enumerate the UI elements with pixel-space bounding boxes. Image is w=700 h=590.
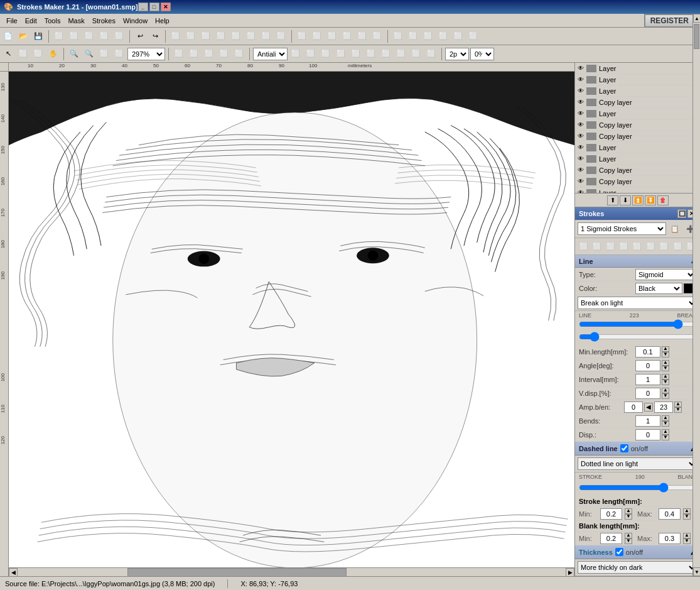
layer-item[interactable]: 👁 Layer (575, 74, 700, 85)
dashed-line-toggle[interactable] (620, 444, 628, 452)
layer-eye-icon[interactable]: 👁 (576, 143, 585, 152)
line-type-combo[interactable]: Sigmoid (635, 269, 696, 280)
zoom-combo[interactable]: 297%100%50% (127, 48, 165, 60)
bends-input[interactable] (635, 415, 660, 427)
btn-t6[interactable]: ⬜ (289, 47, 303, 61)
btn-28[interactable]: ⬜ (466, 30, 480, 43)
tool-3[interactable]: ⬜ (31, 47, 45, 61)
layer-eye-icon[interactable]: 👁 (576, 109, 585, 118)
stroke-tool-3[interactable]: ⬜ (605, 239, 617, 253)
btn-24[interactable]: ⬜ (406, 30, 420, 43)
btn-15[interactable]: ⬜ (259, 30, 273, 43)
btn-t15[interactable]: ⬜ (424, 47, 438, 61)
blank-min-input[interactable] (600, 533, 622, 544)
layer-item[interactable]: 👁 Copy layer (575, 165, 700, 176)
amp-right-input[interactable] (654, 402, 673, 413)
bends-down[interactable]: ▼ (662, 421, 669, 427)
window-buttons[interactable]: _ □ ✕ (138, 3, 171, 11)
btn-11[interactable]: ⬜ (199, 30, 213, 43)
layer-move-down-button[interactable]: ⬇ (620, 195, 631, 205)
tool-4[interactable]: ✋ (46, 47, 60, 61)
amp-down[interactable]: ▼ (674, 407, 682, 413)
scroll-right-button[interactable]: ▶ (566, 568, 574, 577)
btn-t13[interactable]: ⬜ (394, 47, 408, 61)
btn-9[interactable]: ⬜ (169, 30, 183, 43)
btn-26[interactable]: ⬜ (436, 30, 450, 43)
btn-t1[interactable]: ⬜ (172, 47, 186, 61)
secondary-slider[interactable] (579, 332, 696, 341)
menu-mask[interactable]: Mask (64, 16, 88, 26)
menu-file[interactable]: File (3, 16, 21, 26)
close-button[interactable]: ✕ (161, 3, 171, 11)
menu-window[interactable]: Window (119, 16, 151, 26)
stroke-max-down[interactable]: ▼ (683, 514, 691, 520)
btn-t14[interactable]: ⬜ (409, 47, 423, 61)
btn-14[interactable]: ⬜ (244, 30, 258, 43)
btn-21[interactable]: ⬜ (355, 30, 369, 43)
menu-strokes[interactable]: Strokes (89, 16, 119, 26)
btn-27[interactable]: ⬜ (451, 30, 465, 43)
btn-t2[interactable]: ⬜ (187, 47, 201, 61)
layer-eye-icon[interactable]: 👁 (576, 166, 585, 175)
layer-item[interactable]: 👁 Copy layer (575, 119, 700, 131)
btn-19[interactable]: ⬜ (325, 30, 339, 43)
line-break-slider[interactable] (579, 320, 696, 329)
layer-item[interactable]: 👁 Layer (575, 85, 700, 97)
zoom-fit[interactable]: ⬜ (97, 47, 111, 61)
layer-item[interactable]: 👁 Copy layer (575, 131, 700, 142)
pct-combo[interactable]: 0% (470, 48, 494, 60)
layer-move-bottom-button[interactable]: ⏬ (645, 195, 656, 205)
stroke-min-down[interactable]: ▼ (625, 514, 632, 520)
disp-down[interactable]: ▼ (662, 435, 669, 440)
menu-tools[interactable]: Tools (41, 16, 65, 26)
stroke-tool-6[interactable]: ⬜ (645, 239, 657, 253)
angle-down[interactable]: ▼ (662, 366, 669, 371)
layer-eye-icon[interactable]: 👁 (576, 98, 585, 107)
btn-t7[interactable]: ⬜ (304, 47, 318, 61)
layer-item[interactable]: 👁 Layer (575, 142, 700, 153)
thickness-toggle[interactable] (615, 548, 623, 556)
angle-input[interactable] (635, 360, 660, 371)
btn-t3[interactable]: ⬜ (202, 47, 216, 61)
h-scroll-thumb[interactable] (127, 568, 347, 577)
strokes-copy-button[interactable]: 📋 (668, 222, 682, 236)
vdisp-input[interactable] (635, 388, 660, 399)
layer-move-up-button[interactable]: ⬆ (607, 195, 618, 205)
btn-t10[interactable]: ⬜ (349, 47, 363, 61)
disp-input[interactable] (635, 429, 660, 440)
stroke-tool-4[interactable]: ⬜ (618, 239, 630, 253)
new-button[interactable]: 📄 (1, 30, 15, 43)
interval-down[interactable]: ▼ (662, 380, 669, 385)
undo-button[interactable]: ↩ (133, 30, 147, 43)
strokes-type-combo[interactable]: 1 Sigmoid Strokes (578, 222, 666, 235)
btn-t12[interactable]: ⬜ (379, 47, 393, 61)
btn-13[interactable]: ⬜ (229, 30, 243, 43)
scroll-left-button[interactable]: ◀ (9, 568, 18, 577)
redo-button[interactable]: ↪ (148, 30, 162, 43)
menu-help[interactable]: Help (151, 16, 173, 26)
break-combo[interactable]: Break on light Break on dark No break (578, 297, 697, 309)
v-scrollbar[interactable]: ▲ ▼ (692, 63, 700, 576)
layer-move-top-button[interactable]: ⏫ (632, 195, 643, 205)
layer-item[interactable]: 👁 Copy layer (575, 176, 700, 187)
btn-20[interactable]: ⬜ (340, 30, 354, 43)
line-section-header[interactable]: Line ▲ (575, 255, 700, 268)
layer-eye-icon[interactable]: 👁 (576, 64, 585, 73)
stroke-min-input[interactable] (600, 508, 622, 520)
amp-left-input[interactable] (624, 402, 643, 413)
btn-t9[interactable]: ⬜ (334, 47, 348, 61)
color-combo[interactable]: Black (635, 283, 682, 294)
stroke-tool-1[interactable]: ⬜ (578, 239, 590, 253)
layer-eye-icon[interactable]: 👁 (576, 132, 585, 141)
open-button[interactable]: 📂 (16, 30, 30, 43)
min-length-input[interactable] (635, 346, 660, 358)
layer-eye-icon[interactable]: 👁 (576, 155, 585, 163)
btn-t5[interactable]: ⬜ (232, 47, 246, 61)
panel-restore-button[interactable]: 🔲 (677, 209, 686, 218)
btn-t4[interactable]: ⬜ (217, 47, 231, 61)
scroll-down-button[interactable]: ▼ (693, 567, 700, 576)
btn-16[interactable]: ⬜ (274, 30, 288, 43)
layer-delete-button[interactable]: 🗑 (657, 195, 669, 205)
layer-eye-icon[interactable]: 👁 (576, 177, 585, 186)
btn-5[interactable]: ⬜ (67, 30, 81, 43)
